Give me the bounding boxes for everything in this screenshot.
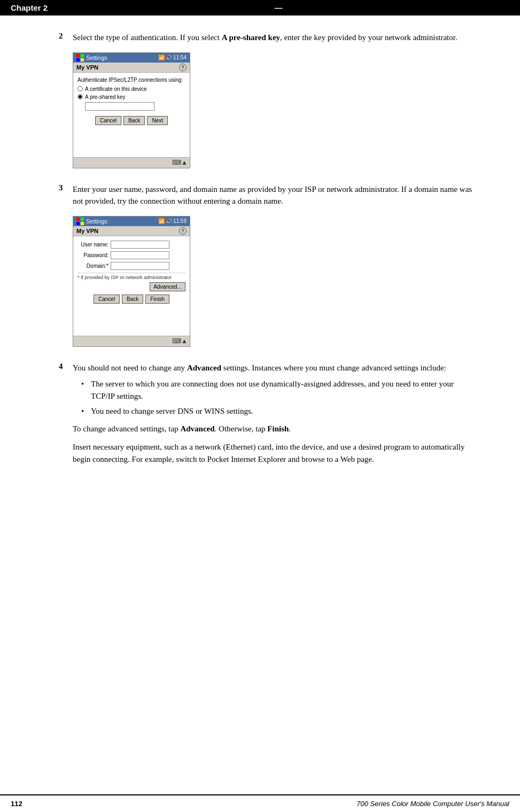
screen2-subtitle: My VPN [76, 228, 98, 234]
step3-number: 3 [59, 183, 67, 207]
svg-rect-0 [76, 54, 80, 57]
radio1-label: A certificate on this device [85, 86, 147, 92]
help-icon-2[interactable]: ? [179, 227, 187, 235]
step2-line: 2 Select the type of authentication. If … [59, 32, 477, 44]
svg-rect-4 [76, 218, 80, 221]
radio1-button[interactable] [77, 86, 83, 91]
screen1-footer: ⌨▲ [73, 157, 190, 168]
svg-rect-2 [76, 58, 80, 61]
bullet-item-1: • The server to which you are connecting… [81, 378, 477, 402]
next-button-1[interactable]: Next [147, 116, 168, 125]
step2-block: 2 Select the type of authentication. If … [59, 32, 477, 168]
screen1-time: 11:54 [173, 55, 187, 60]
password-input[interactable] [111, 251, 169, 259]
cancel-button-1[interactable]: Cancel [95, 116, 121, 125]
screen1-auth-label: Authenticate IPSec/L2TP connections usin… [77, 77, 185, 83]
signal-icon: 📶 [158, 55, 165, 60]
back-button-1[interactable]: Back [123, 116, 145, 125]
screen1-subtitle: My VPN [76, 64, 98, 71]
screen1-buttons: Cancel Back Next [77, 116, 185, 125]
advanced-button[interactable]: Advanced... [150, 282, 185, 291]
step4-text: You should not need to change any Advanc… [73, 362, 446, 374]
advanced-bold: Advanced [187, 364, 221, 372]
svg-rect-7 [81, 222, 84, 225]
windows-logo-icon-2 [76, 218, 84, 225]
help-icon[interactable]: ? [179, 64, 187, 71]
screen2-status-icons: 📶 🔊 11:59 [158, 218, 187, 224]
screen1-body: Authenticate IPSec/L2TP connections usin… [73, 73, 190, 130]
screen1-title: Settings [86, 55, 107, 61]
volume-icon: 🔊 [166, 55, 172, 60]
isp-note: * If provided by ISP or network administ… [77, 273, 185, 280]
device-screen-1: Settings 📶 🔊 11:54 My VPN ? [73, 52, 190, 168]
step4-number: 4 [59, 362, 67, 374]
insert-note: Insert necessary equipment, such as a ne… [73, 441, 477, 465]
page-footer: 112 700 Series Color Mobile Computer Use… [0, 794, 520, 812]
screen1-titlebar: Settings 📶 🔊 11:54 [73, 53, 190, 63]
svg-rect-3 [81, 58, 84, 61]
screen1-titlebar-left: Settings [76, 54, 107, 61]
cancel-button-2[interactable]: Cancel [94, 295, 120, 304]
screen1-subtitle-bar: My VPN ? [73, 63, 190, 73]
bullet-list: • The server to which you are connecting… [81, 378, 477, 417]
domain-label: Domain:* [77, 263, 108, 269]
keyboard-icon-1[interactable]: ⌨▲ [172, 159, 188, 166]
radio1-row[interactable]: A certificate on this device [77, 86, 185, 92]
step2-text: Select the type of authentication. If yo… [73, 32, 457, 44]
keyboard-icon-2[interactable]: ⌨▲ [172, 337, 188, 345]
username-input[interactable] [111, 241, 169, 249]
bullet-text-2: You need to change server DNS or WINS se… [91, 405, 253, 417]
closing-sentence: To change advanced settings, tap Advance… [73, 423, 477, 435]
screen2-buttons: Cancel Back Finish [77, 295, 185, 304]
domain-row: Domain:* [77, 262, 185, 270]
password-label: Password: [77, 252, 108, 258]
step3-block: 3 Enter your user name, password, and do… [59, 183, 477, 347]
svg-rect-5 [81, 218, 84, 221]
screen1-spacer [73, 130, 190, 157]
domain-input[interactable] [111, 262, 169, 270]
page: Chapter 2 — 2 Select the type of authent… [0, 0, 520, 812]
screen2-titlebar: Settings 📶 🔊 11:59 [73, 216, 190, 226]
screen2-footer: ⌨▲ [73, 336, 190, 346]
page-number: 112 [11, 800, 22, 808]
step3-text: Enter your user name, password, and doma… [73, 183, 477, 207]
step4-line: 4 You should not need to change any Adva… [59, 362, 477, 374]
svg-rect-6 [76, 222, 80, 225]
screen2-subtitle-bar: My VPN ? [73, 226, 190, 236]
back-button-2[interactable]: Back [122, 295, 143, 304]
chapter-separator: — [48, 3, 509, 12]
screen2-time: 11:59 [173, 218, 187, 224]
radio2-row[interactable]: A pre-shared key [77, 94, 185, 100]
password-row: Password: [77, 251, 185, 259]
finish-bold: Finish [267, 424, 289, 433]
bullet-text-1: The server to which you are connecting d… [91, 378, 477, 402]
screen2-titlebar-left: Settings [76, 218, 107, 225]
radio2-label: A pre-shared key [85, 94, 126, 100]
bullet-dot-1: • [81, 378, 87, 402]
screen2-title: Settings [86, 218, 107, 225]
bullet-item-2: • You need to change server DNS or WINS … [81, 405, 477, 417]
screenshot1-container: Settings 📶 🔊 11:54 My VPN ? [73, 52, 477, 168]
product-name: 700 Series Color Mobile Computer User's … [356, 800, 509, 808]
step4-block: 4 You should not need to change any Adva… [59, 362, 477, 466]
screenshot2-container: Settings 📶 🔊 11:59 My VPN ? [73, 216, 477, 347]
screen1-status-icons: 📶 🔊 11:54 [158, 55, 187, 60]
svg-rect-1 [81, 54, 84, 57]
username-label: User name: [77, 242, 108, 248]
chapter-title: Chapter 2 [11, 3, 48, 12]
bullet-dot-2: • [81, 405, 87, 417]
advanced-btn-row: Advanced... [77, 282, 185, 291]
step3-line: 3 Enter your user name, password, and do… [59, 183, 477, 207]
device-screen-2: Settings 📶 🔊 11:59 My VPN ? [73, 216, 190, 347]
step2-bold: A pre-shared key [222, 33, 280, 42]
username-row: User name: [77, 241, 185, 249]
screen2-body: User name: Password: Domain:* * If pr [73, 236, 190, 309]
main-content: 2 Select the type of authentication. If … [0, 16, 520, 502]
screen2-spacer [73, 309, 190, 336]
signal-icon-2: 📶 [158, 218, 165, 224]
radio2-button[interactable] [77, 94, 83, 99]
preshared-key-input[interactable] [85, 102, 154, 111]
advanced-bold-2: Advanced [180, 424, 214, 433]
step2-number: 2 [59, 32, 67, 44]
finish-button[interactable]: Finish [145, 295, 169, 304]
